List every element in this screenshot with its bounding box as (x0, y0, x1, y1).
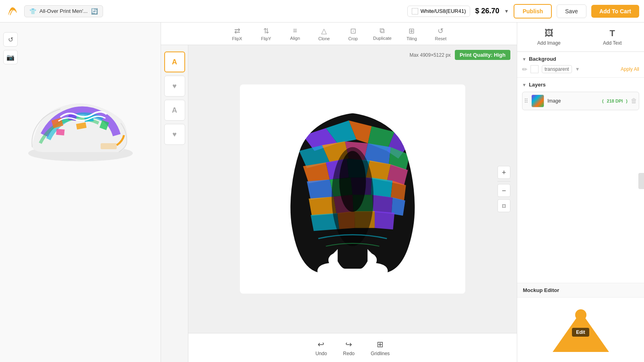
canvas-middle: A ♥ A ♥ Max 4909×5122 px Print Quality: … (161, 45, 517, 362)
edit-triangle-area: Edit (553, 308, 609, 352)
view-tab-2[interactable]: ♥ (164, 76, 185, 97)
align-button[interactable]: ≡ Align (286, 27, 304, 41)
flipx-label: FlipX (232, 36, 242, 41)
product-name: All-Over Print Men'... (39, 8, 88, 14)
layer-name-label[interactable]: Image (547, 98, 599, 104)
right-panel: 🖼 Add Image T Add Text ▼ Backgroud ✏ tra… (517, 23, 644, 362)
flipx-button[interactable]: ⇄ FlipX (228, 27, 246, 41)
view-tab-4[interactable]: ♥ (164, 124, 185, 145)
crop-icon: ⊡ (350, 27, 356, 35)
view-tab-1[interactable]: A (164, 51, 185, 72)
apply-all-button[interactable]: Apply All (621, 66, 639, 72)
product-icon: 👕 (29, 8, 36, 14)
flipy-label: FlipY (261, 36, 271, 41)
crop-label: Crop (348, 36, 358, 41)
add-text-button[interactable]: T Add Text (581, 23, 644, 51)
redo-icon: ↪ (345, 339, 352, 349)
logo (5, 4, 19, 19)
mockup-editor-label: Mockup Editor (523, 287, 559, 293)
svg-marker-32 (372, 195, 392, 214)
design-canvas[interactable] (240, 84, 465, 294)
svg-marker-37 (375, 211, 394, 229)
svg-marker-24 (307, 179, 333, 200)
flipy-icon: ⇅ (263, 27, 269, 35)
clone-label: Clone (318, 36, 330, 41)
layers-chevron-icon: ▼ (522, 82, 526, 87)
canvas-content: + − ⊡ (188, 45, 517, 333)
bg-transparent-selector[interactable]: transparent (542, 65, 572, 73)
preview-image-area (16, 47, 145, 200)
svg-rect-7 (101, 143, 117, 149)
undo-button[interactable]: ↩ Undo (316, 339, 327, 356)
add-text-icon: T (610, 28, 615, 39)
layer-item: ⠿ Image (218 DPI) 🗑 (522, 92, 639, 110)
svg-point-39 (339, 151, 366, 212)
align-label: Align (290, 36, 300, 41)
flipx-icon: ⇄ (234, 27, 240, 35)
redo-button[interactable]: ↪ Redo (343, 339, 355, 356)
product-tab[interactable]: 👕 All-Over Print Men'... 🔄 (24, 5, 103, 17)
design-svg (280, 105, 425, 274)
edit-button[interactable]: Edit (572, 328, 589, 337)
align-icon: ≡ (293, 27, 297, 35)
mockup-editor-header: Mockup Editor ↺ (517, 283, 644, 298)
canvas-wrapper: ⇄ FlipX ⇅ FlipY ≡ Align △ Clone ⊡ Crop ⧉… (161, 23, 517, 362)
background-header[interactable]: ▼ Backgroud (522, 56, 639, 62)
layers-section: ▼ Layers ⠿ Image (218 DPI) 🗑 (517, 78, 644, 114)
zoom-in-button[interactable]: + (497, 166, 510, 179)
gridlines-icon: ⊞ (377, 339, 384, 349)
variant-selector[interactable]: White/US8(EUR41) (407, 6, 471, 17)
rotate-icon-btn[interactable]: ↺ (3, 32, 18, 47)
add-text-label: Add Text (603, 40, 621, 46)
gridlines-button[interactable]: ⊞ Gridlines (371, 339, 390, 356)
tiling-icon: ⊞ (409, 27, 415, 35)
price-chevron-icon[interactable]: ▼ (504, 8, 509, 14)
svg-marker-27 (371, 178, 392, 197)
add-image-icon: 🖼 (545, 28, 553, 39)
right-edge-tab[interactable] (638, 173, 644, 189)
bg-color-box[interactable] (530, 65, 539, 73)
redo-label: Redo (343, 351, 355, 356)
sneaker-preview (20, 83, 141, 163)
fit-view-button[interactable]: ⊡ (497, 200, 510, 212)
gridlines-label: Gridlines (371, 351, 390, 356)
left-icons: ↺ 📷 (3, 32, 18, 64)
bg-controls: ✏ transparent ▼ Apply All (522, 65, 639, 73)
variant-color-box (412, 8, 418, 14)
save-button[interactable]: Save (557, 4, 586, 18)
reset-button[interactable]: ↺ Reset (432, 27, 450, 41)
add-image-label: Add Image (537, 40, 561, 46)
duplicate-icon: ⧉ (380, 27, 385, 35)
duplicate-button[interactable]: ⧉ Duplicate (373, 27, 392, 41)
layers-label: Layers (529, 82, 546, 88)
right-panel-top: 🖼 Add Image T Add Text (517, 23, 644, 52)
drag-handle-icon[interactable]: ⠿ (524, 98, 528, 104)
reset-label: Reset (435, 36, 447, 41)
layer-dpi-value: 218 DPI (607, 99, 623, 103)
canvas-toolbar: ⇄ FlipX ⇅ FlipY ≡ Align △ Clone ⊡ Crop ⧉… (161, 23, 517, 45)
camera-icon-btn[interactable]: 📷 (3, 50, 18, 64)
add-to-cart-button[interactable]: Add To Cart (591, 5, 639, 18)
clone-button[interactable]: △ Clone (315, 27, 333, 41)
svg-rect-5 (56, 129, 64, 136)
tiling-button[interactable]: ⊞ Tiling (403, 27, 421, 41)
bg-chevron-icon: ▼ (575, 66, 580, 72)
crop-button[interactable]: ⊡ Crop (344, 27, 362, 41)
publish-button[interactable]: Publish (514, 4, 552, 19)
main-area: ↺ 📷 (0, 23, 644, 362)
duplicate-label: Duplicate (373, 36, 392, 41)
layers-header[interactable]: ▼ Layers (522, 82, 639, 88)
view-tabs: A ♥ A ♥ (161, 45, 188, 362)
pencil-icon[interactable]: ✏ (522, 66, 527, 73)
flipy-button[interactable]: ⇅ FlipY (257, 27, 275, 41)
canvas-area: Max 4909×5122 px Print Quality: High (188, 45, 517, 362)
zoom-out-button[interactable]: − (497, 184, 510, 197)
variant-label: White/US8(EUR41) (421, 8, 466, 14)
background-section: ▼ Backgroud ✏ transparent ▼ Apply All (517, 52, 644, 78)
layer-thumbnail (531, 95, 544, 107)
undo-icon: ↩ (318, 339, 324, 349)
view-tab-3[interactable]: A (164, 100, 185, 121)
layer-delete-button[interactable]: 🗑 (631, 97, 637, 105)
add-image-button[interactable]: 🖼 Add Image (517, 23, 581, 51)
refresh-icon: 🔄 (91, 8, 98, 14)
